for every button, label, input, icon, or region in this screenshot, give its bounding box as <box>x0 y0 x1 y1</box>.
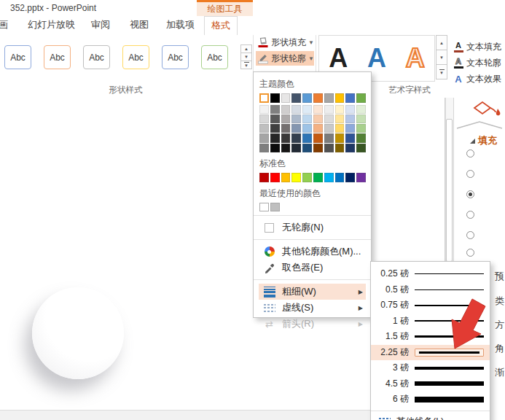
theme-variant-swatch[interactable] <box>324 124 334 133</box>
theme-variant-swatch[interactable] <box>270 114 280 123</box>
shape-style-item[interactable]: Abc <box>4 45 31 69</box>
tab-格式[interactable]: 格式 <box>204 16 238 35</box>
theme-variant-swatch[interactable] <box>356 105 366 114</box>
theme-variant-swatch[interactable] <box>291 114 301 123</box>
theme-variant-swatch[interactable] <box>324 114 334 123</box>
theme-variant-swatch[interactable] <box>313 105 323 114</box>
theme-variant-swatch[interactable] <box>345 114 355 123</box>
menu-item-more-outline-colors[interactable]: 其他轮廓颜色(M)... <box>259 244 366 260</box>
fill-option-radio[interactable] <box>466 149 474 158</box>
theme-variant-swatch[interactable] <box>270 133 280 142</box>
shape-style-item[interactable]: Abc <box>162 45 189 69</box>
theme-color-swatch[interactable] <box>345 93 355 103</box>
fill-option-radio[interactable] <box>466 249 474 257</box>
theme-variant-swatch[interactable] <box>324 105 334 114</box>
weight-option[interactable]: 0.25 磅 <box>371 266 490 282</box>
weight-option[interactable]: 1.5 磅 <box>371 329 490 345</box>
theme-variant-swatch[interactable] <box>335 114 345 123</box>
menu-item-weight[interactable]: 粗细(W)▶ <box>259 284 366 300</box>
theme-variant-swatch[interactable] <box>335 105 345 114</box>
recent-color-swatch[interactable] <box>259 203 269 212</box>
theme-color-swatch[interactable] <box>313 93 323 103</box>
theme-variant-swatch[interactable] <box>281 133 291 142</box>
wordart-more-icon[interactable]: ▼ <box>436 64 447 79</box>
tab-加载项[interactable]: 加载项 <box>163 16 197 34</box>
fill-option-radio[interactable] <box>466 170 474 178</box>
standard-color-swatch[interactable] <box>313 173 323 182</box>
tab-视图[interactable]: 视图 <box>127 16 152 34</box>
menu-item-dashes[interactable]: 虚线(S)▶ <box>259 300 366 316</box>
standard-color-swatch[interactable] <box>281 173 291 182</box>
theme-variant-swatch[interactable] <box>302 124 312 133</box>
wordart-sample-orange-outline[interactable]: A <box>406 45 425 71</box>
standard-color-swatch[interactable] <box>356 173 366 182</box>
fill-option-radio[interactable] <box>466 211 474 219</box>
theme-variant-swatch[interactable] <box>259 144 269 152</box>
theme-color-swatch[interactable] <box>356 93 366 103</box>
theme-variant-swatch[interactable] <box>313 133 323 142</box>
gallery-more-icon[interactable]: ▼ <box>240 61 252 69</box>
shape-style-item[interactable]: Abc <box>83 45 110 69</box>
theme-variant-swatch[interactable] <box>313 144 323 152</box>
wordart-sample-black[interactable]: A <box>329 45 348 71</box>
standard-color-swatch[interactable] <box>270 173 280 182</box>
shape-style-item[interactable]: Abc <box>122 45 149 69</box>
menu-item-eyedropper[interactable]: 取色器(E) <box>259 260 366 276</box>
weight-option[interactable]: 3 磅 <box>371 360 490 376</box>
theme-variant-swatch[interactable] <box>259 133 269 142</box>
wordart-scroll-down-icon[interactable]: ▼ <box>436 50 447 65</box>
theme-variant-swatch[interactable] <box>356 133 366 142</box>
weight-option[interactable]: 0.75 磅 <box>371 298 490 314</box>
tab-审阅[interactable]: 审阅 <box>88 16 113 34</box>
text-outline-button[interactable]: A 文本轮廓 <box>453 57 501 69</box>
shape-style-item[interactable]: Abc <box>44 45 71 69</box>
wordart-sample-blue[interactable]: A <box>367 45 386 71</box>
fill-option-radio[interactable] <box>466 190 474 198</box>
theme-variant-swatch[interactable] <box>281 144 291 152</box>
theme-variant-swatch[interactable] <box>345 124 355 133</box>
theme-variant-swatch[interactable] <box>345 144 355 152</box>
theme-variant-swatch[interactable] <box>291 144 301 152</box>
theme-variant-swatch[interactable] <box>291 124 301 133</box>
shape-style-item[interactable]: Abc <box>201 45 228 69</box>
standard-color-swatch[interactable] <box>259 173 269 182</box>
theme-color-swatch[interactable] <box>324 93 334 103</box>
standard-color-swatch[interactable] <box>335 173 345 182</box>
theme-variant-swatch[interactable] <box>259 114 269 123</box>
theme-color-swatch[interactable] <box>259 93 269 103</box>
theme-color-swatch[interactable] <box>335 93 345 103</box>
theme-variant-swatch[interactable] <box>270 144 280 152</box>
theme-color-swatch[interactable] <box>291 93 301 103</box>
theme-variant-swatch[interactable] <box>324 144 334 152</box>
theme-color-swatch[interactable] <box>302 93 312 103</box>
standard-color-swatch[interactable] <box>345 173 355 182</box>
theme-variant-swatch[interactable] <box>291 133 301 142</box>
theme-color-swatch[interactable] <box>270 93 280 103</box>
tab-画[interactable]: 画 <box>0 16 11 34</box>
theme-variant-swatch[interactable] <box>281 114 291 123</box>
menu-item-no-outline[interactable]: 无轮廓(N) <box>259 219 366 236</box>
recent-color-swatch[interactable] <box>270 203 280 212</box>
theme-variant-swatch[interactable] <box>302 133 312 142</box>
theme-variant-swatch[interactable] <box>345 133 355 142</box>
theme-variant-swatch[interactable] <box>335 144 345 152</box>
weight-option[interactable]: 2.25 磅 <box>371 345 490 361</box>
theme-variant-swatch[interactable] <box>302 105 312 114</box>
theme-variant-swatch[interactable] <box>335 124 345 133</box>
theme-variant-swatch[interactable] <box>302 114 312 123</box>
standard-color-swatch[interactable] <box>302 173 312 182</box>
theme-variant-swatch[interactable] <box>281 105 291 114</box>
text-fill-button[interactable]: A 文本填充 <box>453 41 501 53</box>
theme-variant-swatch[interactable] <box>270 124 280 133</box>
theme-color-swatch[interactable] <box>281 93 291 103</box>
theme-variant-swatch[interactable] <box>313 114 323 123</box>
weight-option[interactable]: 1 磅 <box>371 314 490 330</box>
theme-variant-swatch[interactable] <box>356 144 366 152</box>
theme-variant-swatch[interactable] <box>259 105 269 114</box>
standard-color-swatch[interactable] <box>291 173 301 182</box>
wordart-scroll-up-icon[interactable]: ▲ <box>436 35 447 50</box>
fill-section-header[interactable]: 填充 <box>470 134 497 147</box>
weight-option[interactable]: 6 磅 <box>371 392 490 408</box>
shape-fill-button[interactable]: 形状填充 ▼ <box>256 35 314 50</box>
theme-variant-swatch[interactable] <box>281 124 291 133</box>
